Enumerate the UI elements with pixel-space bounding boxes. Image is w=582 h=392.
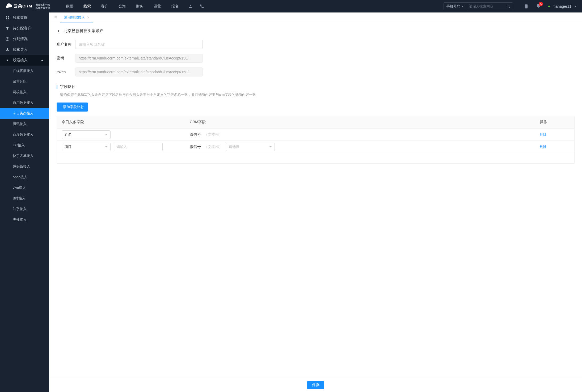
table-empty-row bbox=[57, 153, 574, 163]
sidebar-group-clue-access[interactable]: 线索接入 bbox=[0, 55, 49, 66]
sidebar-item-label: 在线客服接入 bbox=[13, 69, 33, 73]
tab-0[interactable]: 通用数据接入✕ bbox=[60, 12, 93, 23]
nav-item-4[interactable]: 财务 bbox=[136, 4, 144, 9]
section-accent-bar bbox=[57, 85, 57, 89]
sidebar-item-label: 知乎接入 bbox=[13, 207, 27, 211]
username: manager11 bbox=[553, 4, 571, 8]
table-header-toutiao-field: 今日头条字段 bbox=[57, 120, 190, 125]
table-header-crm-field: CRM字段 bbox=[190, 120, 540, 125]
sidebar-item-0[interactable]: 线索查询 bbox=[0, 12, 49, 23]
sidebar-subitem-11[interactable]: vivo接入 bbox=[0, 182, 49, 193]
delete-row-link[interactable]: 删除 bbox=[540, 145, 547, 149]
svg-rect-2 bbox=[6, 18, 7, 19]
page-title-row: 北京昱新科技头条账户 bbox=[57, 28, 575, 33]
sidebar-subitem-5[interactable]: 腾讯接入 bbox=[0, 119, 49, 129]
tab-bar: 通用数据接入✕ bbox=[49, 12, 582, 23]
sidebar-subitem-9[interactable]: 趣头条接入 bbox=[0, 161, 49, 172]
sidebar-item-label: 留言分组 bbox=[13, 79, 27, 84]
sidebar-item-1[interactable]: 待分配客户 bbox=[0, 23, 49, 34]
logo-subtitle: 教育机构一站 式服务云平台 bbox=[34, 3, 50, 9]
delete-row-link[interactable]: 删除 bbox=[540, 133, 547, 137]
token-label: token bbox=[57, 70, 75, 74]
nav-item-5[interactable]: 运营 bbox=[154, 4, 161, 9]
menu-collapse-icon bbox=[54, 15, 58, 19]
field-mapping-table: 今日头条字段 CRM字段 操作 姓名微信号（文本框）删除项目微信号（文本框）请选… bbox=[57, 116, 575, 164]
nav-item-6[interactable]: 报名 bbox=[171, 4, 179, 9]
toutiao-field-select[interactable]: 项目 bbox=[62, 143, 111, 151]
sidebar-item-label: oppo接入 bbox=[13, 175, 27, 180]
search-type-select[interactable]: 手机号码 bbox=[444, 4, 467, 9]
crm-field-label: 微信号 bbox=[190, 132, 201, 137]
sidebar-item-label: 线索查询 bbox=[13, 15, 28, 20]
user-menu[interactable]: manager11 bbox=[548, 4, 577, 8]
save-button[interactable]: 保存 bbox=[307, 381, 324, 389]
sidebar-subitem-0[interactable]: 在线客服接入 bbox=[0, 66, 49, 76]
search-input[interactable] bbox=[467, 3, 504, 10]
account-name-label: 账户名称 bbox=[57, 42, 75, 47]
sidebar-item-label: 今日头条接入 bbox=[13, 111, 33, 116]
svg-rect-0 bbox=[6, 16, 7, 18]
svg-rect-3 bbox=[8, 18, 9, 19]
sidebar-subitem-3[interactable]: 通用数据接入 bbox=[0, 97, 49, 108]
sidebar-subitem-8[interactable]: 快手表单接入 bbox=[0, 151, 49, 161]
nav-item-2[interactable]: 客户 bbox=[101, 4, 108, 9]
user-icon[interactable] bbox=[188, 4, 193, 9]
sidebar-subitem-13[interactable]: 知乎接入 bbox=[0, 204, 49, 214]
sidebar-subitem-14[interactable]: 美柚接入 bbox=[0, 214, 49, 225]
sidebar-subitem-10[interactable]: oppo接入 bbox=[0, 172, 49, 182]
sidebar-item-3[interactable]: 线索导入 bbox=[0, 44, 49, 55]
account-name-input[interactable] bbox=[75, 40, 203, 49]
notification-badge: 5 bbox=[539, 2, 543, 6]
nav-item-1[interactable]: 线索 bbox=[83, 4, 91, 9]
toutiao-field-value-input[interactable] bbox=[114, 143, 163, 151]
sidebar-item-label: 通用数据接入 bbox=[13, 100, 33, 105]
table-header-actions: 操作 bbox=[540, 120, 574, 125]
table-row: 姓名微信号（文本框）删除 bbox=[57, 128, 574, 140]
back-icon[interactable] bbox=[57, 29, 61, 33]
search-container: 手机号码 bbox=[444, 2, 513, 10]
share-icon bbox=[5, 48, 10, 52]
sidebar-item-2[interactable]: 分配情况 bbox=[0, 34, 49, 44]
sidebar-item-label: 趣头条接入 bbox=[13, 164, 30, 169]
sidebar-item-label: UC接入 bbox=[13, 143, 25, 148]
chevron-down-icon bbox=[105, 133, 108, 136]
sidebar-subitem-7[interactable]: UC接入 bbox=[0, 140, 49, 151]
sidebar-subitem-12[interactable]: B站接入 bbox=[0, 193, 49, 204]
sidebar-subitem-4[interactable]: 今日头条接入 bbox=[0, 108, 49, 119]
nav-item-0[interactable]: 数据 bbox=[66, 4, 73, 9]
sidebar-subitem-6[interactable]: 百度数据接入 bbox=[0, 129, 49, 140]
add-field-mapping-button[interactable]: +添加字段映射 bbox=[57, 103, 88, 112]
mobile-icon[interactable] bbox=[524, 4, 529, 9]
section-title: 字段映射 bbox=[60, 84, 75, 89]
chevron-down-icon bbox=[269, 146, 272, 148]
logo-icon bbox=[5, 3, 12, 10]
sidebar-item-label: vivo接入 bbox=[13, 185, 26, 190]
grid-icon bbox=[5, 16, 10, 20]
sidebar-subitem-1[interactable]: 留言分组 bbox=[0, 76, 49, 87]
search-button[interactable] bbox=[504, 5, 513, 8]
token-input[interactable] bbox=[75, 67, 203, 76]
status-dot bbox=[548, 6, 550, 7]
phone-icon[interactable] bbox=[199, 4, 204, 9]
chevron-down-icon bbox=[105, 146, 108, 148]
tab-close-icon[interactable]: ✕ bbox=[87, 16, 90, 19]
section-description: 请确保您在此填写的头条自定义字段名称与在今日头条平台中自定义的字段名称一致，并且… bbox=[57, 92, 575, 97]
toutiao-field-select[interactable]: 姓名 bbox=[62, 130, 111, 139]
secret-input[interactable] bbox=[75, 54, 203, 63]
chevron-down-icon bbox=[574, 5, 577, 8]
crm-option-select[interactable]: 请选择 bbox=[226, 143, 275, 151]
sidebar-item-label: 待分配客户 bbox=[13, 26, 31, 31]
filter-icon bbox=[5, 26, 10, 31]
clock-icon bbox=[5, 37, 10, 41]
sidebar-item-label: 快手表单接入 bbox=[13, 154, 33, 158]
page-title: 北京昱新科技头条账户 bbox=[64, 28, 103, 33]
chevron-up-icon bbox=[41, 59, 44, 62]
nav-item-3[interactable]: 公海 bbox=[119, 4, 126, 9]
top-nav: 数据线索客户公海财务运营报名 bbox=[66, 4, 179, 9]
top-header: 云朵CRM 教育机构一站 式服务云平台 数据线索客户公海财务运营报名 手机号码 bbox=[0, 0, 582, 12]
sidebar-subitem-2[interactable]: 网校接入 bbox=[0, 87, 49, 97]
collapse-sidebar-button[interactable] bbox=[51, 14, 60, 22]
secret-label: 密钥 bbox=[57, 56, 75, 61]
notifications-button[interactable]: 5 bbox=[536, 3, 541, 9]
tab-label: 通用数据接入 bbox=[64, 15, 85, 20]
